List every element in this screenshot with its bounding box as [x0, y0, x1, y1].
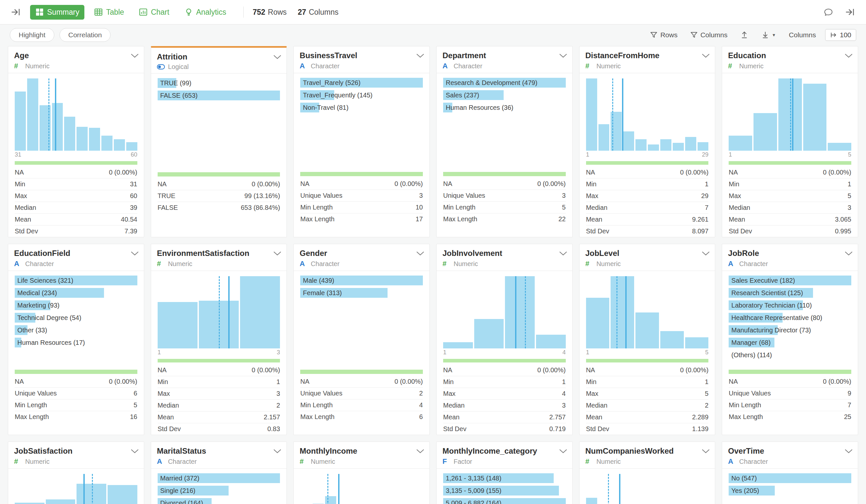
category-bar[interactable]: Male (439)	[300, 276, 423, 285]
chevron-down-icon[interactable]	[416, 449, 424, 455]
histogram[interactable]	[15, 78, 137, 151]
histogram-bar[interactable]	[89, 128, 100, 151]
chevron-down-icon[interactable]	[845, 449, 853, 455]
histogram-bar[interactable]	[623, 131, 634, 151]
chevron-down-icon[interactable]	[702, 251, 710, 257]
histogram-bar[interactable]	[101, 136, 112, 151]
chevron-down-icon[interactable]	[131, 54, 139, 59]
histogram-bar[interactable]	[698, 142, 709, 151]
category-bar[interactable]: Human Resources (17)	[15, 338, 137, 347]
category-bar[interactable]: Sales (237)	[443, 90, 566, 100]
histogram[interactable]	[15, 474, 137, 504]
columns-limit-control[interactable]: 100	[825, 29, 856, 41]
comment-button[interactable]	[822, 5, 835, 19]
chevron-down-icon[interactable]	[702, 54, 710, 59]
category-bar[interactable]: Non-Travel (81)	[300, 103, 423, 112]
histogram-bar[interactable]	[635, 313, 659, 349]
category-bar[interactable]: (Others) (114)	[729, 350, 851, 360]
tab-table[interactable]: Table	[89, 5, 129, 20]
histogram-bar[interactable]	[586, 78, 597, 151]
histogram-bar[interactable]	[803, 84, 827, 151]
chevron-down-icon[interactable]	[131, 251, 139, 257]
histogram-bar[interactable]	[586, 498, 597, 504]
collapse-right-panel-button[interactable]	[843, 5, 857, 19]
histogram-bar[interactable]	[828, 143, 851, 151]
histogram-bar[interactable]	[474, 319, 504, 349]
tab-chart[interactable]: Chart	[134, 5, 174, 20]
chevron-down-icon[interactable]	[845, 54, 853, 59]
histogram-bar[interactable]	[729, 136, 752, 151]
chevron-down-icon[interactable]	[559, 251, 567, 257]
category-bar[interactable]: Travel_Rarely (526)	[300, 78, 423, 88]
histogram-bar[interactable]	[611, 276, 634, 348]
category-bar[interactable]: Research Scientist (125)	[729, 288, 851, 298]
category-bar[interactable]: Manager (68)	[729, 338, 851, 347]
histogram[interactable]	[586, 78, 709, 151]
histogram-bar[interactable]	[685, 337, 709, 348]
histogram-bar[interactable]	[77, 484, 106, 504]
histogram-bar[interactable]	[443, 342, 473, 349]
histogram-bar[interactable]	[660, 139, 671, 151]
category-bar[interactable]: No (547)	[729, 473, 851, 483]
histogram[interactable]	[443, 276, 566, 348]
histogram-bar[interactable]	[15, 503, 44, 504]
category-bar[interactable]: TRUE (99)	[158, 78, 280, 88]
histogram[interactable]	[300, 474, 423, 504]
histogram[interactable]	[586, 276, 709, 348]
histogram-bar[interactable]	[108, 485, 137, 504]
histogram-bar[interactable]	[754, 113, 777, 151]
histogram-bar[interactable]	[114, 139, 125, 151]
histogram-bar[interactable]	[536, 335, 566, 348]
histogram[interactable]	[586, 474, 709, 504]
chevron-down-icon[interactable]	[274, 449, 281, 455]
histogram-bar[interactable]	[648, 145, 659, 151]
histogram-bar[interactable]	[46, 500, 76, 504]
histogram-bar[interactable]	[673, 143, 684, 151]
histogram-bar[interactable]	[27, 78, 38, 151]
histogram-bar[interactable]	[586, 298, 610, 348]
collapse-left-panel-button[interactable]	[9, 5, 22, 19]
category-bar[interactable]: FALSE (653)	[158, 91, 280, 100]
histogram-bar[interactable]	[64, 117, 75, 151]
category-bar[interactable]: Life Sciences (321)	[15, 276, 137, 285]
category-bar[interactable]: Married (372)	[158, 473, 280, 483]
category-bar[interactable]: Medical (234)	[15, 288, 137, 298]
histogram-bar[interactable]	[52, 103, 63, 151]
chevron-down-icon[interactable]	[702, 449, 710, 455]
category-bar[interactable]: Other (33)	[15, 325, 137, 335]
histogram-bar[interactable]	[15, 91, 26, 151]
filter-columns-button[interactable]: Columns	[690, 31, 728, 39]
category-bar[interactable]: Sales Executive (182)	[729, 276, 851, 285]
category-bar[interactable]: Yes (205)	[729, 486, 851, 495]
histogram-bar[interactable]	[505, 276, 535, 348]
histogram[interactable]	[158, 276, 280, 348]
histogram-bar[interactable]	[77, 127, 88, 151]
category-bar[interactable]: Research & Development (479)	[443, 78, 566, 88]
histogram-bar[interactable]	[158, 302, 198, 349]
histogram-bar[interactable]	[660, 331, 684, 348]
category-bar[interactable]: 5,009 - 6,882 (164)	[443, 498, 566, 504]
category-bar[interactable]: Technical Degree (54)	[15, 313, 137, 323]
histogram-bar[interactable]	[635, 139, 646, 151]
chevron-down-icon[interactable]	[416, 54, 424, 59]
category-bar[interactable]: Marketing (93)	[15, 300, 137, 310]
correlation-button[interactable]: Correlation	[59, 28, 111, 42]
tab-summary[interactable]: Summary	[30, 5, 85, 20]
download-button[interactable]: ▾	[761, 31, 775, 39]
histogram-bar[interactable]	[599, 124, 610, 151]
histogram-bar[interactable]	[685, 137, 696, 151]
category-bar[interactable]: Travel_Frequently (145)	[300, 90, 423, 100]
chevron-down-icon[interactable]	[131, 449, 139, 455]
filter-rows-button[interactable]: Rows	[650, 31, 678, 39]
category-bar[interactable]: Divorced (164)	[158, 498, 280, 504]
upload-button[interactable]	[740, 31, 748, 39]
category-bar[interactable]: Female (313)	[300, 288, 423, 298]
category-bar[interactable]: Manufacturing Director (73)	[729, 325, 851, 335]
histogram-bar[interactable]	[126, 142, 137, 151]
chevron-down-icon[interactable]	[559, 54, 567, 59]
category-bar[interactable]: Single (216)	[158, 486, 280, 495]
chevron-down-icon[interactable]	[559, 449, 567, 455]
tab-analytics[interactable]: Analytics	[179, 5, 232, 20]
histogram-bar[interactable]	[240, 276, 280, 348]
histogram-bar[interactable]	[325, 496, 336, 504]
